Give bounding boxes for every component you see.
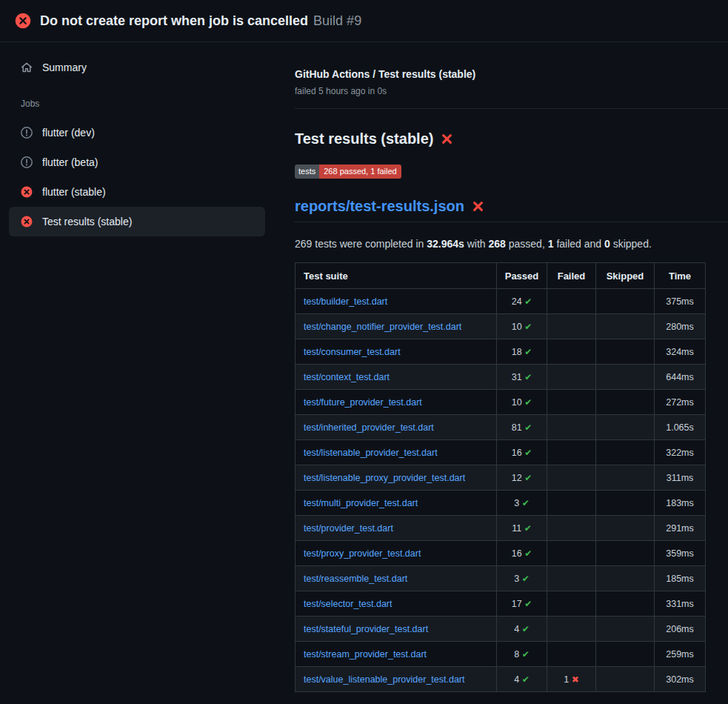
sidebar-job-flutter-stable[interactable]: flutter (stable)	[9, 177, 265, 207]
check-mark-icon: ✔	[522, 649, 530, 660]
suite-cell: test/selector_test.dart	[295, 591, 497, 617]
suite-link[interactable]: test/consumer_test.dart	[304, 347, 401, 357]
divider	[295, 108, 728, 109]
passed-cell: 4 ✔	[497, 617, 547, 642]
passed-cell: 17 ✔	[497, 591, 547, 617]
passed-count: 18	[512, 347, 522, 357]
check-mark-icon: ✔	[524, 548, 532, 559]
badge-label: tests	[295, 165, 319, 179]
skipped-cell	[596, 667, 655, 692]
suite-link[interactable]: test/listenable_proxy_provider_test.dart	[304, 473, 465, 483]
table-row: test/future_provider_test.dart10 ✔272ms	[295, 390, 706, 415]
time-cell: 644ms	[655, 365, 706, 390]
failed-cell	[547, 591, 596, 617]
time-cell: 291ms	[655, 516, 706, 541]
run-header: Do not create report when job is cancell…	[0, 0, 728, 42]
summary-label: Summary	[42, 62, 87, 73]
skipped-cell	[596, 516, 655, 541]
suite-link[interactable]: test/context_test.dart	[304, 372, 390, 382]
skipped-cell	[596, 365, 655, 390]
passed-cell: 24 ✔	[497, 289, 547, 314]
check-mark-icon: ✔	[524, 523, 532, 534]
table-row: test/consumer_test.dart18 ✔324ms	[295, 339, 706, 365]
check-mark-icon: ✔	[522, 674, 530, 685]
failed-cell	[547, 465, 596, 491]
passed-cell: 8 ✔	[497, 642, 547, 667]
failed-cell	[547, 365, 596, 390]
col-test-suite: Test suite	[295, 263, 497, 289]
run-meta: failed 5 hours ago in 0s	[295, 85, 728, 97]
skipped-cell	[596, 617, 655, 642]
suite-link[interactable]: test/future_provider_test.dart	[304, 397, 422, 408]
table-row: test/listenable_proxy_provider_test.dart…	[295, 465, 706, 491]
suite-link[interactable]: test/proxy_provider_test.dart	[304, 548, 421, 559]
skipped-cell	[596, 440, 655, 465]
suite-cell: test/multi_provider_test.dart	[295, 491, 497, 516]
suite-cell: test/value_listenable_provider_test.dart	[295, 667, 497, 692]
alert-circle-icon	[21, 127, 33, 139]
passed-cell: 4 ✔	[497, 667, 547, 692]
passed-count: 24	[512, 296, 522, 307]
passed-cell: 3 ✔	[497, 566, 547, 591]
suite-link[interactable]: test/value_listenable_provider_test.dart	[304, 674, 465, 685]
col-skipped: Skipped	[596, 263, 655, 289]
passed-count: 17	[512, 599, 522, 609]
skipped-cell	[596, 642, 655, 667]
sidebar-job-flutter-dev[interactable]: flutter (dev)	[9, 118, 265, 147]
check-mark-icon: ✔	[524, 473, 532, 483]
suite-link[interactable]: test/stateful_provider_test.dart	[304, 624, 428, 634]
suite-link[interactable]: test/stream_provider_test.dart	[304, 649, 427, 660]
passed-cell: 10 ✔	[497, 390, 547, 415]
suite-cell: test/future_provider_test.dart	[295, 390, 497, 415]
passed-cell: 11 ✔	[497, 516, 547, 541]
check-mark-icon: ✔	[524, 599, 532, 609]
badge-value: 268 passed, 1 failed	[319, 165, 401, 179]
failed-cell: 1 ✖	[547, 667, 596, 692]
failed-cell	[547, 516, 596, 541]
report-link[interactable]: reports/test-results.json	[295, 196, 464, 216]
suite-cell: test/provider_test.dart	[295, 516, 497, 541]
sidebar-job-flutter-beta[interactable]: flutter (beta)	[9, 147, 265, 177]
suite-cell: test/consumer_test.dart	[295, 339, 497, 365]
check-mark-icon: ✔	[524, 347, 532, 357]
suite-link[interactable]: test/reassemble_test.dart	[304, 574, 407, 584]
col-failed: Failed	[547, 263, 596, 289]
passed-count: 10	[512, 397, 522, 408]
passed-cell: 12 ✔	[497, 465, 547, 491]
tests-badge: tests 268 passed, 1 failed	[295, 165, 401, 179]
check-mark-icon: ✔	[524, 422, 532, 433]
table-row: test/multi_provider_test.dart3 ✔183ms	[295, 491, 706, 516]
time-cell: 259ms	[655, 642, 706, 667]
suite-cell: test/change_notifier_provider_test.dart	[295, 314, 497, 339]
build-number: Build #9	[313, 13, 361, 29]
suite-cell: test/listenable_provider_test.dart	[295, 440, 497, 465]
check-mark-icon: ✔	[524, 372, 532, 382]
run-title: Do not create report when job is cancell…	[40, 13, 308, 29]
failed-cell	[547, 440, 596, 465]
time-cell: 359ms	[655, 541, 706, 566]
table-row: test/listenable_provider_test.dart16 ✔32…	[295, 440, 706, 465]
suite-link[interactable]: test/selector_test.dart	[304, 599, 393, 609]
check-mark-icon: ✔	[524, 397, 532, 408]
sidebar-item-summary[interactable]: Summary	[9, 54, 265, 81]
alert-circle-icon	[21, 156, 33, 168]
sidebar-job-test-results-stable[interactable]: Test results (stable)	[9, 207, 265, 236]
workflow-run-page: Do not create report when job is cancell…	[0, 0, 728, 692]
suite-link[interactable]: test/change_notifier_provider_test.dart	[304, 322, 461, 332]
suite-link[interactable]: test/multi_provider_test.dart	[304, 498, 418, 508]
table-row: test/reassemble_test.dart3 ✔185ms	[295, 566, 706, 591]
suite-link[interactable]: test/inherited_provider_test.dart	[304, 422, 434, 433]
sidebar: Summary Jobs flutter (dev)flutter (beta)…	[0, 42, 274, 236]
suite-link[interactable]: test/listenable_provider_test.dart	[304, 448, 438, 458]
col-time: Time	[655, 263, 706, 289]
passed-count: 11	[512, 523, 521, 534]
passed-cell: 16 ✔	[497, 440, 547, 465]
failed-cell	[547, 339, 596, 365]
summary-line: 269 tests were completed in 32.964s with…	[295, 237, 728, 250]
main-content: GitHub Actions / Test results (stable) f…	[274, 42, 728, 692]
suite-link[interactable]: test/builder_test.dart	[304, 296, 387, 307]
skipped-cell	[596, 465, 655, 491]
suite-link[interactable]: test/provider_test.dart	[304, 523, 393, 534]
report-heading: reports/test-results.json	[295, 196, 728, 222]
x-circle-fill-icon	[15, 13, 31, 29]
